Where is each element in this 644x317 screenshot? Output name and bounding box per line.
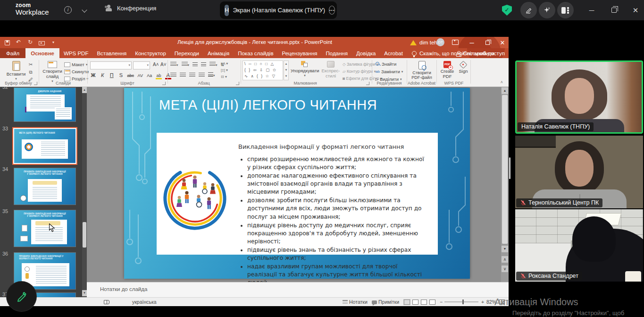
wps-sign-button[interactable]: Sign bbox=[456, 61, 470, 74]
account-avatar[interactable]: DT bbox=[436, 38, 444, 46]
window-close-button[interactable]: ✕ bbox=[627, 0, 644, 20]
notes-placeholder[interactable]: Нотатки до слайда bbox=[100, 286, 147, 292]
ppt-close-button[interactable]: ✕ bbox=[495, 37, 510, 48]
language-indicator[interactable]: українська bbox=[132, 299, 157, 305]
slide-scrollbar[interactable]: ▲ ▼ ∧ ∨ bbox=[501, 87, 509, 282]
tab-slideshow[interactable]: Показ слайдів bbox=[234, 48, 277, 58]
info-icon[interactable]: i bbox=[64, 6, 72, 14]
italic-button[interactable]: К bbox=[100, 72, 106, 78]
tab-shared-screen[interactable]: Н Экран (Наталія Савелюк (ТНПУ) ••• bbox=[220, 1, 337, 19]
collapse-ribbon-icon[interactable]: ˄ bbox=[501, 80, 503, 85]
increase-font-icon[interactable]: A˄ bbox=[153, 62, 159, 67]
annotation-pencil-button[interactable] bbox=[7, 282, 36, 311]
highlight-color-button[interactable]: ab bbox=[156, 73, 162, 79]
increase-indent-button[interactable] bbox=[201, 62, 206, 67]
tab-transitions[interactable]: Переходи bbox=[170, 48, 203, 58]
columns-button[interactable]: ▾ bbox=[208, 72, 215, 77]
more-options-icon[interactable]: ••• bbox=[329, 6, 335, 15]
reading-view-button[interactable] bbox=[421, 300, 427, 305]
thumbnail-slide-34[interactable]: ПРАВИЛА ВИКЛАДЕННЯ ІНФОРМАЦІЇ У ФОРМАТІ … bbox=[14, 168, 75, 205]
start-slideshow-icon[interactable] bbox=[39, 41, 45, 45]
tab-help[interactable]: Довідка bbox=[352, 48, 380, 58]
account-name[interactable]: dim teh bbox=[419, 40, 437, 45]
underline-button[interactable]: П bbox=[109, 72, 115, 78]
copy-icon[interactable]: ⧉ bbox=[27, 69, 34, 75]
cut-icon[interactable]: ✂ bbox=[27, 61, 34, 68]
annotate-button[interactable] bbox=[520, 2, 537, 18]
slide-sorter-view-button[interactable] bbox=[412, 300, 418, 305]
zoom-in-button[interactable]: + bbox=[481, 299, 484, 305]
align-left-button[interactable] bbox=[170, 73, 176, 77]
ribbon-display-options-icon[interactable] bbox=[452, 40, 459, 45]
next-slide-button[interactable]: ∨ bbox=[502, 266, 508, 272]
proofing-icon[interactable] bbox=[104, 299, 109, 305]
thumbnails-scrollbar[interactable]: ▲ ▼ bbox=[82, 87, 87, 297]
video-tile-speaking[interactable]: Наталія Савелюк (ТНПУ) bbox=[515, 60, 643, 134]
decrease-font-icon[interactable]: A˅ bbox=[160, 62, 167, 67]
clipboard-dialog-launcher[interactable] bbox=[34, 82, 37, 85]
reset-button[interactable]: Скинути bbox=[64, 69, 89, 74]
align-center-button[interactable] bbox=[180, 73, 186, 77]
font-dialog-launcher[interactable] bbox=[162, 82, 166, 85]
current-slide[interactable]: МЕТА (ЦІЛІ) ЛЕГКОГО ЧИТАННЯ Викладення і… bbox=[124, 88, 470, 279]
zoom-slider[interactable] bbox=[444, 299, 478, 305]
scroll-down-icon[interactable]: ▼ bbox=[502, 246, 508, 252]
tab-animations[interactable]: Анімація bbox=[203, 48, 234, 58]
thumbnail-slide-33-selected[interactable]: МЕТА (ЦІЛІ) ЛЕГКОГО ЧИТАННЯ bbox=[12, 127, 77, 165]
slide-title[interactable]: МЕТА (ЦІЛІ) ЛЕГКОГО ЧИТАННЯ bbox=[159, 97, 377, 113]
scroll-up-icon[interactable]: ▲ bbox=[502, 87, 508, 94]
shapes-gallery-scroll[interactable]: ▲▼▼ bbox=[284, 60, 289, 80]
tab-wps-pdf[interactable]: WPS PDF bbox=[59, 48, 92, 58]
tab-conference[interactable]: Конференция bbox=[105, 5, 156, 12]
ai-companion-button[interactable] bbox=[539, 2, 555, 18]
slideshow-view-button[interactable] bbox=[429, 300, 435, 305]
font-name-select[interactable] bbox=[90, 61, 132, 69]
justify-button[interactable] bbox=[199, 73, 205, 77]
tab-acrobat[interactable]: Acrobat bbox=[380, 48, 407, 58]
text-direction-option[interactable]: ||A ▾ bbox=[221, 61, 228, 66]
find-button[interactable]: Знайти bbox=[376, 61, 403, 67]
change-case-button[interactable]: Aa bbox=[146, 73, 152, 78]
video-tile[interactable]: Тернопільський Центр ПК bbox=[515, 136, 643, 208]
bold-button[interactable]: Ж bbox=[90, 72, 96, 78]
shapes-gallery[interactable]: \ ─ □ ○ □ △{ } ⇦ ⇩ ▢ ✩∿ ∧ ( ) ☆ ▽ bbox=[243, 60, 283, 80]
tab-view[interactable]: Подання bbox=[322, 48, 352, 58]
drawing-dialog-launcher[interactable] bbox=[366, 82, 369, 85]
arrange-button[interactable]: Упорядкувати ▾ bbox=[291, 61, 319, 77]
scroll-down-icon[interactable]: ▼ bbox=[82, 290, 87, 296]
new-slide-button[interactable]: Створити слайд ▾ bbox=[42, 61, 63, 83]
scrollbar-thumb[interactable] bbox=[502, 95, 508, 244]
view-layout-button[interactable] bbox=[557, 2, 574, 18]
tab-insert[interactable]: Вставлення bbox=[92, 48, 131, 58]
undo-icon[interactable]: ↶ bbox=[15, 39, 22, 46]
tab-home-active[interactable]: Основне bbox=[25, 48, 59, 58]
align-text-option[interactable]: [‡] ▾ bbox=[221, 68, 228, 72]
thumbnail-slide-35[interactable]: ПРАВИЛА ВИКЛАДЕННЯ ІНФОРМАЦІЇ У ФОРМАТІ … bbox=[14, 210, 75, 247]
zoom-slider-thumb[interactable] bbox=[462, 300, 464, 304]
ppt-restore-button[interactable] bbox=[480, 37, 494, 48]
zoom-out-button[interactable]: − bbox=[440, 299, 443, 305]
tab-review[interactable]: Рецензування bbox=[278, 48, 322, 58]
convert-smartart-option[interactable]: ⊟ ▾ bbox=[221, 75, 228, 79]
customize-qat-icon[interactable]: ▾ bbox=[50, 39, 57, 46]
quick-styles-button[interactable]: Експрес-стилі bbox=[320, 61, 342, 79]
strikethrough-button[interactable]: abc bbox=[127, 73, 134, 78]
paragraph-dialog-launcher[interactable] bbox=[236, 82, 239, 85]
thumbnail-slide-32[interactable]: ДЖЕРЕЛА НАДАННЯ bbox=[14, 88, 75, 121]
notes-pane[interactable]: Нотатки до слайда bbox=[87, 282, 509, 297]
comments-toggle[interactable]: Примітки bbox=[372, 299, 399, 305]
replace-button[interactable]: abЗамінити▾ bbox=[376, 69, 403, 74]
ppt-minimize-button[interactable]: ─ bbox=[465, 37, 479, 48]
previous-slide-button[interactable]: ∧ bbox=[502, 256, 508, 263]
shadow-button[interactable]: S bbox=[118, 72, 124, 78]
numbering-button[interactable]: ▾ bbox=[182, 62, 190, 67]
sidebar-resize-handle[interactable] bbox=[509, 157, 510, 179]
create-pdf-file-button[interactable]: Створити PDF-файл bbox=[409, 61, 435, 80]
normal-view-button[interactable] bbox=[404, 300, 410, 305]
scroll-up-icon[interactable]: ▲ bbox=[82, 87, 87, 93]
tab-file[interactable]: Файл bbox=[0, 48, 25, 58]
notes-toggle[interactable]: Нотатки bbox=[343, 299, 368, 305]
window-restore-button[interactable] bbox=[606, 0, 622, 20]
tab-design[interactable]: Конструктор bbox=[131, 48, 170, 58]
security-shield-icon[interactable]: ✓ bbox=[502, 5, 512, 16]
